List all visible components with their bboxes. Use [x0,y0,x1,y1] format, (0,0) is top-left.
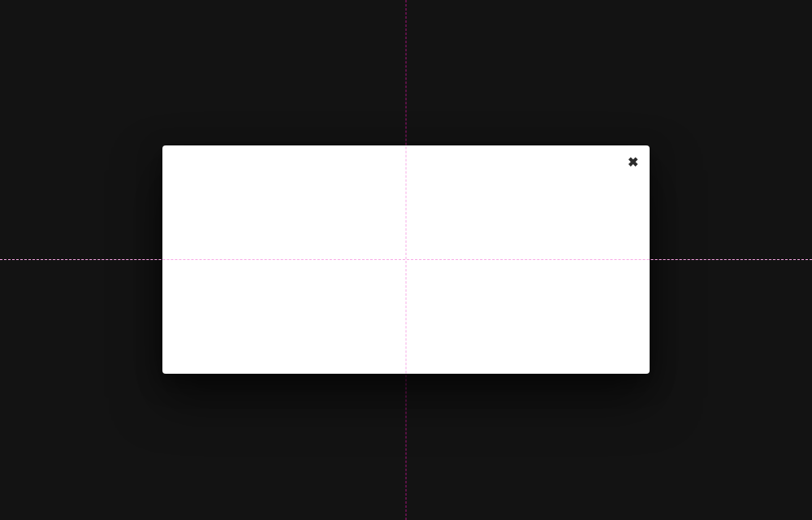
modal-dialog: ✖ [162,145,650,374]
close-icon[interactable]: ✖ [625,155,640,170]
